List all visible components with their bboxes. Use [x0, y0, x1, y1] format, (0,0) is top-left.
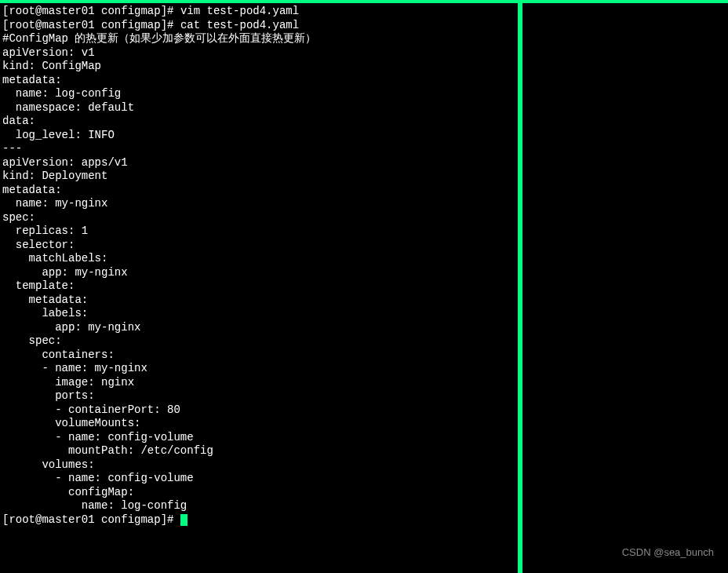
output-line: kind: ConfigMap [2, 60, 518, 74]
prompt-hash: # [167, 5, 173, 17]
prompt-cwd: configmap [101, 19, 161, 31]
output-line: - name: my-nginx [2, 362, 518, 376]
output-line: matchLabels: [2, 252, 518, 266]
output-line: spec: [2, 211, 518, 225]
output-line: namespace: default [2, 101, 518, 115]
output-line: spec: [2, 334, 518, 349]
output-line: name: log-config [2, 87, 518, 101]
output-line: - name: config-volume [2, 431, 518, 445]
output-line: name: my-nginx [2, 197, 518, 211]
prompt-cwd: configmap [101, 5, 161, 17]
output-line: name: log-config [2, 499, 518, 513]
prompt-hash: # [167, 19, 173, 31]
terminal-window: [root@master01 configmap]# vim test-pod4… [0, 0, 728, 573]
command-text: cat test-pod4.yaml [180, 19, 299, 31]
output-line: kind: Deployment [2, 170, 518, 184]
output-line: replicas: 1 [2, 224, 518, 239]
prompt-user-host: root@master01 [9, 19, 94, 31]
output-line: #ConfigMap 的热更新（如果少加参数可以在外面直接热更新） [2, 32, 518, 46]
output-line: volumes: [2, 458, 518, 473]
output-line: template: [2, 279, 518, 294]
terminal-left-panel[interactable]: [root@master01 configmap]# vim test-pod4… [0, 3, 518, 573]
prompt-cwd: configmap [101, 513, 161, 526]
output-line: containers: [2, 349, 518, 363]
prompt-close-bracket: ] [161, 19, 167, 31]
output-line: metadata: [2, 74, 518, 88]
output-line: app: my-nginx [2, 266, 518, 280]
output-line: log_level: INFO [2, 129, 518, 143]
prompt-close-bracket: ] [161, 513, 167, 526]
watermark-text: CSDN @sea_bunch [622, 546, 714, 559]
terminal-right-panel[interactable]: CSDN @sea_bunch [522, 3, 728, 573]
output-line: data: [2, 115, 518, 129]
output-line: apiVersion: apps/v1 [2, 156, 518, 170]
prompt-close-bracket: ] [161, 5, 167, 17]
output-line: metadata: [2, 294, 518, 308]
prompt-user-host: root@master01 [9, 5, 94, 17]
prompt-user-host: root@master01 [9, 513, 94, 526]
prompt-hash: # [167, 513, 173, 526]
output-line: image: nginx [2, 376, 518, 390]
prompt-line-3[interactable]: [root@master01 configmap]# [2, 513, 518, 527]
output-line: selector: [2, 239, 518, 253]
output-line: apiVersion: v1 [2, 46, 518, 60]
prompt-line-1: [root@master01 configmap]# vim test-pod4… [2, 5, 518, 19]
output-line: configMap: [2, 486, 518, 500]
prompt-line-2: [root@master01 configmap]# cat test-pod4… [2, 19, 518, 33]
output-line: - name: config-volume [2, 472, 518, 486]
output-line: labels: [2, 307, 518, 321]
output-line: metadata: [2, 184, 518, 198]
output-line: --- [2, 142, 518, 156]
output-line: volumeMounts: [2, 417, 518, 431]
output-line: app: my-nginx [2, 321, 518, 335]
output-line: mountPath: /etc/config [2, 444, 518, 458]
output-line: ports: [2, 389, 518, 403]
cursor-icon [180, 514, 187, 526]
command-text: vim test-pod4.yaml [180, 5, 299, 17]
output-line: - containerPort: 80 [2, 403, 518, 418]
